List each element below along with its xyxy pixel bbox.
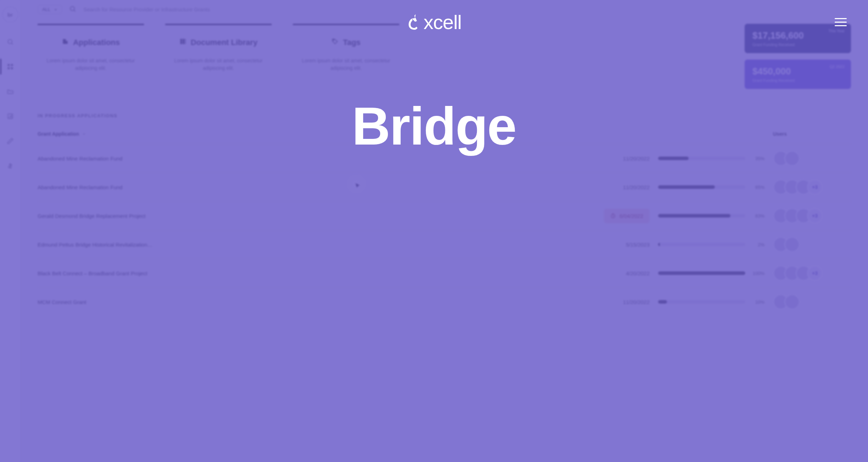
hamburger-line bbox=[835, 22, 847, 23]
brand-wordmark: xcell bbox=[423, 11, 461, 34]
hero-overlay: xcell Bridge bbox=[0, 0, 868, 462]
hamburger-line bbox=[835, 25, 847, 26]
overlay-header: xcell bbox=[0, 0, 868, 34]
hamburger-line bbox=[835, 18, 847, 19]
menu-button[interactable] bbox=[835, 18, 847, 26]
hero-title: Bridge bbox=[352, 96, 516, 157]
brand[interactable]: xcell bbox=[406, 11, 461, 34]
unicorn-icon bbox=[406, 14, 421, 30]
